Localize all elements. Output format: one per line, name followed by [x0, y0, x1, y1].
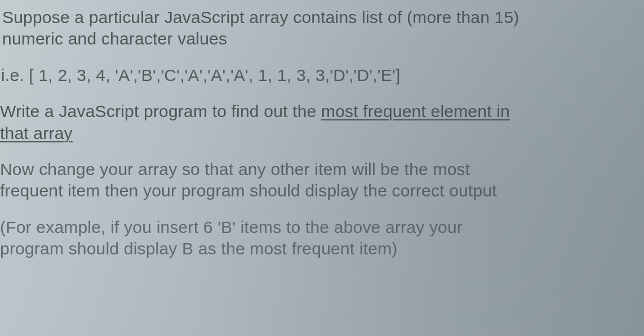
example-text: i.e. [ 1, 2, 3, 4, 'A','B','C','A','A','…	[1, 66, 400, 84]
intro-line-2: numeric and character values	[2, 29, 227, 48]
intro-paragraph: Suppose a particular JavaScript array co…	[0, 7, 636, 50]
follow-line-1: Now change your array so that any other …	[0, 160, 470, 178]
example-array: i.e. [ 1, 2, 3, 4, 'A','B','C','A','A','…	[0, 65, 636, 86]
task-underline-1: most frequent element in	[321, 102, 510, 120]
task-lead: Write a JavaScript program to find out t…	[0, 102, 321, 120]
task-paragraph: Write a JavaScript program to find out t…	[0, 101, 636, 144]
follow-line-2: frequent item then your program should d…	[0, 181, 497, 200]
hint-paragraph: (For example, if you insert 6 'B' items …	[0, 217, 636, 260]
hint-line-2: program should display B as the most fre…	[0, 239, 398, 258]
intro-line-1: Suppose a particular JavaScript array co…	[2, 8, 519, 26]
hint-line-1: (For example, if you insert 6 'B' items …	[0, 218, 463, 236]
followup-paragraph: Now change your array so that any other …	[0, 159, 636, 202]
task-underline-2: that array	[0, 124, 73, 142]
